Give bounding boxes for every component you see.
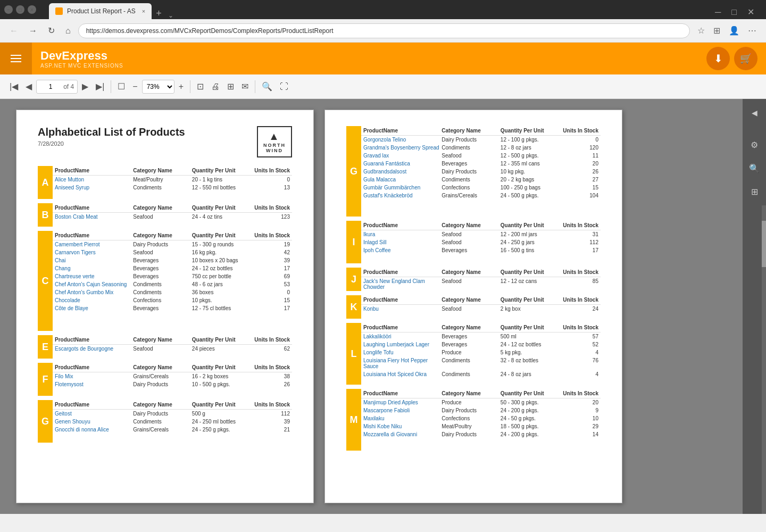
product-name: Gravad lax xyxy=(363,153,442,159)
page-view-btn[interactable]: ☐ xyxy=(114,79,128,95)
bookmark-star-btn[interactable]: ☆ xyxy=(694,23,708,38)
category: Grains/Cereals xyxy=(442,193,501,198)
extensions-btn[interactable]: ⊞ xyxy=(710,23,723,38)
address-input[interactable] xyxy=(78,23,690,38)
category: Produce xyxy=(442,350,501,355)
first-page-btn[interactable]: |◀ xyxy=(6,79,21,95)
zoom-in-btn[interactable]: + xyxy=(176,79,187,95)
qty-per-unit: 2 kg box xyxy=(501,306,560,312)
table-row: Gumbär Gummibärchen Confections 100 - 25… xyxy=(361,184,601,192)
settings-sidebar-btn[interactable]: ⚙ xyxy=(745,135,764,154)
sidebar-scrollbar[interactable] xyxy=(762,205,766,514)
qty-per-unit: 10 kg pkg. xyxy=(501,169,560,174)
browser-min-btn[interactable]: ─ xyxy=(712,5,724,19)
table-row: Aniseed Syrup Condiments 12 - 550 ml bot… xyxy=(53,184,292,192)
send-btn[interactable]: ✉ xyxy=(238,79,252,95)
hamburger-btn[interactable] xyxy=(0,43,32,74)
product-name: Carnarvon Tigers xyxy=(55,250,133,255)
zoom-select[interactable]: 50% 73% 100% 150% 200% xyxy=(142,80,174,94)
cart-icon: 🛒 xyxy=(740,53,752,64)
units-in-stock: 17 xyxy=(251,305,290,311)
product-name: Jack's New England Clam Chowder xyxy=(363,278,442,290)
units-in-stock: 20 xyxy=(559,161,598,167)
active-tab[interactable]: Product List Report - AS × xyxy=(49,3,152,19)
prev-page-btn[interactable]: ◀ xyxy=(22,79,35,95)
cart-btn[interactable]: 🛒 xyxy=(734,47,757,70)
col-units: Units In Stock xyxy=(251,364,290,370)
units-in-stock: 4 xyxy=(559,371,598,377)
select-icon: ⊡ xyxy=(197,81,204,92)
units-in-stock: 76 xyxy=(559,358,598,369)
fullscreen-btn[interactable]: ⛶ xyxy=(277,79,292,95)
letter-group-A: A ProductName Category Name Quantity Per… xyxy=(38,166,292,199)
zoom-out-btn[interactable]: − xyxy=(129,79,140,95)
hamburger-icon xyxy=(11,55,21,62)
units-in-stock: 29 xyxy=(559,423,598,429)
home-btn[interactable]: ⌂ xyxy=(62,24,74,38)
tab-close-btn[interactable]: × xyxy=(142,8,145,14)
product-name: Chef Anton's Gumbo Mix xyxy=(55,289,133,295)
col-qty: Quantity Per Unit xyxy=(192,232,251,238)
table-row: Camembert Pierrot Dairy Products 15 - 30… xyxy=(53,240,292,248)
qty-per-unit: 12 - 200 ml jars xyxy=(501,231,560,237)
table-row: Inlagd Sill Seafood 24 - 250 g jars 112 xyxy=(361,238,601,246)
search-sidebar-btn[interactable]: 🔍 xyxy=(745,159,764,178)
report-area[interactable]: Alphabetical List of Products 7/28/2020 … xyxy=(0,99,743,514)
units-in-stock: 13 xyxy=(251,185,290,190)
refresh-btn[interactable]: ↻ xyxy=(45,23,58,38)
product-name: Louisiana Hot Spiced Okra xyxy=(363,371,442,377)
profile-btn[interactable]: 👤 xyxy=(726,23,743,38)
more-btn[interactable]: ⋯ xyxy=(745,23,760,38)
group-content-C: ProductName Category Name Quantity Per U… xyxy=(53,231,292,312)
letter-badge-C: C xyxy=(38,231,53,331)
category: Condiments xyxy=(442,145,501,151)
col-qty: Quantity Per Unit xyxy=(501,222,560,228)
pages-sidebar-btn[interactable]: ⊞ xyxy=(745,182,764,201)
col-qty: Quantity Per Unit xyxy=(192,364,251,370)
maximize-btn[interactable]: □ xyxy=(16,5,24,14)
forward-btn[interactable]: → xyxy=(26,24,40,38)
export-btn[interactable]: ⊞ xyxy=(224,79,237,95)
browser-max-btn[interactable]: □ xyxy=(728,5,740,19)
product-name: Geitost xyxy=(55,411,133,417)
qty-per-unit: 12 - 75 cl bottles xyxy=(192,305,251,311)
first-page-icon: |◀ xyxy=(10,81,18,92)
minimize-btn[interactable]: − xyxy=(4,5,13,14)
download-btn[interactable]: ⬇ xyxy=(706,47,730,70)
qty-per-unit: 24 - 12 oz bottles xyxy=(192,265,251,271)
collapse-sidebar-btn[interactable]: ◀ xyxy=(745,103,764,122)
category: Condiments xyxy=(133,185,192,190)
units-in-stock: 120 xyxy=(559,145,598,151)
col-qty: Quantity Per Unit xyxy=(501,297,560,303)
letter-group-F: F ProductName Category Name Quantity Per… xyxy=(38,363,292,396)
product-name: Flotemysost xyxy=(55,381,133,387)
qty-per-unit: 12 - 550 ml bottles xyxy=(192,185,251,190)
close-btn[interactable]: × xyxy=(28,5,36,14)
letter-group-M: M ProductName Category Name Quantity Per… xyxy=(346,389,601,451)
scrollbar-thumb[interactable] xyxy=(762,221,766,267)
back-btn[interactable]: ← xyxy=(6,24,21,38)
group-content-I: ProductName Category Name Quantity Per U… xyxy=(361,221,601,254)
product-name: Aniseed Syrup xyxy=(55,185,133,190)
pages-icon: ⊞ xyxy=(751,187,758,197)
table-row: Filo Mix Grains/Cereals 16 - 2 kg boxes … xyxy=(53,372,292,380)
next-page-btn[interactable]: ▶ xyxy=(79,79,91,95)
print-btn[interactable]: 🖨 xyxy=(208,79,223,95)
page-number-input[interactable] xyxy=(40,83,61,90)
new-tab-btn[interactable]: + xyxy=(152,8,166,19)
col-product-name: ProductName xyxy=(363,128,442,134)
qty-per-unit: 24 - 200 g pkgs. xyxy=(501,408,560,413)
right-sidebar: ◀ ⚙ 🔍 ⊞ xyxy=(743,99,766,514)
units-in-stock: 17 xyxy=(251,265,290,271)
table-row: Chef Anton's Cajun Seasoning Condiments … xyxy=(53,280,292,288)
col-category-name: Category Name xyxy=(133,205,192,211)
qty-per-unit: 24 - 4 oz tins xyxy=(192,214,251,220)
group-header: ProductName Category Name Quantity Per U… xyxy=(361,323,601,332)
select-btn[interactable]: ⊡ xyxy=(194,79,207,95)
col-qty: Quantity Per Unit xyxy=(192,402,251,408)
tab-chevron-icon[interactable]: ⌄ xyxy=(166,12,176,19)
browser-close-btn[interactable]: ✕ xyxy=(744,5,757,19)
last-page-btn[interactable]: ▶| xyxy=(93,79,107,95)
table-row: Gula Malacca Condiments 20 - 2 kg bags 2… xyxy=(361,176,601,184)
search-btn[interactable]: 🔍 xyxy=(259,79,276,95)
